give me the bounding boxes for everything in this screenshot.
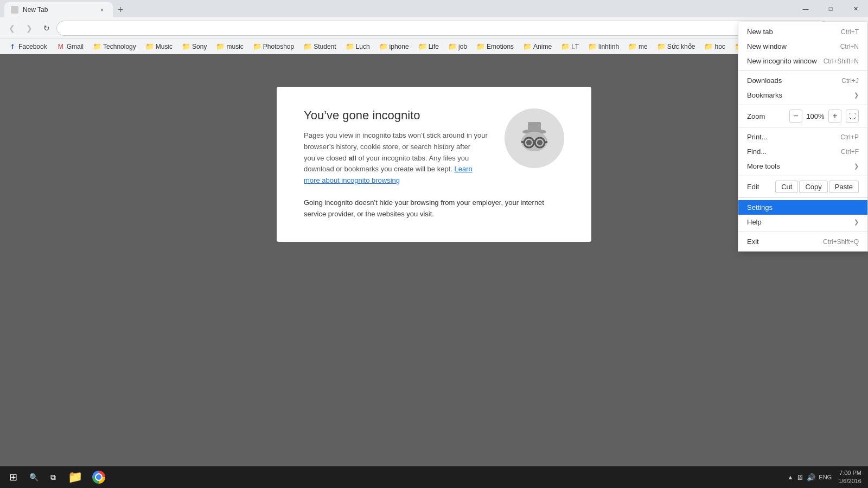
bookmark-music2-label: music — [226, 43, 243, 50]
title-bar: New Tab × + — □ ✕ — [0, 0, 868, 17]
menu-divider-3 — [738, 127, 867, 127]
restore-button[interactable]: □ — [818, 0, 843, 17]
menu-settings[interactable]: Settings — [738, 200, 867, 215]
bookmark-gmail[interactable]: M Gmail — [53, 42, 88, 52]
folder-icon: 📁 — [477, 43, 484, 50]
bookmark-sony[interactable]: 📁 Sony — [178, 42, 211, 52]
folder-icon: 📁 — [380, 43, 387, 50]
bookmark-music2[interactable]: 📁 music — [212, 42, 247, 52]
forward-button[interactable]: ❯ — [22, 21, 37, 36]
svg-point-8 — [526, 140, 532, 145]
zoom-controls: − 100% + ⛶ — [789, 110, 859, 123]
bookmark-iphone[interactable]: 📁 iphone — [375, 42, 413, 52]
incognito-card: You’ve gone incognito Pages you view in … — [277, 87, 591, 242]
incognito-footer: Going incognito doesn’t hide your browsi… — [304, 197, 564, 220]
menu-new-window[interactable]: New window Ctrl+N — [738, 39, 867, 54]
taskbar-clock[interactable]: 7:00 PM 1/6/2016 — [838, 469, 861, 486]
bookmark-linhtinh[interactable]: 📁 linhtinh — [584, 42, 623, 52]
incognito-header: You’ve gone incognito Pages you view in … — [304, 108, 564, 187]
bookmark-suckhoe[interactable]: 📁 Sức khỏe — [653, 42, 700, 52]
bookmark-job[interactable]: 📁 job — [444, 42, 471, 52]
bookmark-photoshop[interactable]: 📁 Photoshop — [249, 42, 298, 52]
taskbar-date-display: 1/6/2016 — [838, 477, 861, 485]
menu-divider-5 — [738, 197, 867, 198]
bookmark-luch[interactable]: 📁 Luch — [342, 42, 374, 52]
bookmark-it[interactable]: 📁 I.T — [557, 42, 583, 52]
show-desktop-icon[interactable]: ▲ — [787, 474, 793, 480]
bookmark-sony-label: Sony — [192, 43, 207, 50]
address-input[interactable] — [62, 24, 823, 32]
tab-close-button[interactable]: × — [98, 5, 106, 14]
menu-find[interactable]: Find... Ctrl+F — [738, 144, 867, 159]
bookmark-emotions[interactable]: 📁 Emotions — [473, 42, 518, 52]
menu-zoom-row: Zoom − 100% + ⛶ — [738, 107, 867, 125]
menu-new-window-shortcut: Ctrl+N — [840, 43, 859, 50]
folder-icon: 📁 — [216, 43, 224, 50]
taskbar-system-icons: ▲ 🖥 🔊 ENG — [783, 473, 836, 481]
zoom-minus-button[interactable]: − — [789, 110, 802, 123]
taskbar-search-button[interactable]: 🔍 — [24, 467, 43, 487]
taskbar: ⊞ 🔍 ⧉ 📁 ▲ 🖥 🔊 ENG 7:00 PM 1/6/2016 — [0, 466, 868, 488]
menu-more-tools-arrow: ❯ — [854, 163, 859, 170]
zoom-plus-button[interactable]: + — [828, 110, 841, 123]
menu-bookmarks[interactable]: Bookmarks ❯ — [738, 88, 867, 102]
folder-icon: 📁 — [419, 43, 426, 50]
menu-settings-label: Settings — [747, 203, 773, 211]
facebook-icon: f — [9, 43, 16, 50]
task-view-button[interactable]: ⧉ — [43, 467, 63, 487]
back-button[interactable]: ❮ — [4, 21, 20, 36]
bookmark-me-label: me — [639, 43, 648, 50]
bookmark-it-label: I.T — [571, 43, 579, 50]
bookmark-facebook[interactable]: f Facebook — [4, 42, 52, 52]
taskbar-chrome[interactable] — [87, 466, 111, 488]
menu-print[interactable]: Print... Ctrl+P — [738, 130, 867, 144]
taskbar-right-area: ▲ 🖥 🔊 ENG 7:00 PM 1/6/2016 — [783, 469, 866, 486]
menu-help[interactable]: Help ❯ — [738, 215, 867, 229]
menu-downloads[interactable]: Downloads Ctrl+J — [738, 73, 867, 88]
active-tab[interactable]: New Tab × — [4, 2, 113, 17]
menu-new-incognito[interactable]: New incognito window Ctrl+Shift+N — [738, 54, 867, 68]
bookmark-anime[interactable]: 📁 Anime — [519, 42, 556, 52]
bookmark-life[interactable]: 📁 Life — [414, 42, 443, 52]
menu-more-tools[interactable]: More tools ❯ — [738, 159, 867, 174]
edit-buttons: Cut Copy Paste — [775, 181, 859, 193]
taskbar-file-explorer[interactable]: 📁 — [63, 466, 87, 488]
start-button[interactable]: ⊞ — [2, 467, 24, 487]
menu-divider-2 — [738, 105, 867, 105]
bookmark-hoc-label: hoc — [714, 43, 725, 50]
folder-icon: 📁 — [253, 43, 261, 50]
cut-button[interactable]: Cut — [775, 181, 798, 193]
bookmark-hoc[interactable]: 📁 hoc — [700, 42, 729, 52]
svg-point-9 — [537, 140, 542, 145]
menu-downloads-shortcut: Ctrl+J — [841, 77, 859, 85]
menu-print-label: Print... — [747, 133, 768, 141]
bookmark-me[interactable]: 📁 me — [624, 42, 652, 52]
menu-new-tab[interactable]: New tab Ctrl+T — [738, 24, 867, 39]
bookmark-music[interactable]: 📁 Music — [142, 42, 177, 52]
speaker-icon[interactable]: 🔊 — [807, 473, 815, 481]
svg-line-7 — [545, 142, 547, 143]
window-controls: — □ ✕ — [793, 0, 868, 17]
menu-exit[interactable]: Exit Ctrl+Shift+Q — [738, 234, 867, 249]
copy-button[interactable]: Copy — [799, 181, 827, 193]
menu-find-shortcut: Ctrl+F — [841, 148, 859, 156]
network-icon[interactable]: 🖥 — [796, 473, 803, 481]
minimize-button[interactable]: — — [793, 0, 818, 17]
close-button[interactable]: ✕ — [843, 0, 868, 17]
paste-button[interactable]: Paste — [829, 181, 859, 193]
bookmark-suckhoe-label: Sức khỏe — [667, 43, 695, 50]
menu-find-label: Find... — [747, 147, 767, 156]
bookmark-gmail-label: Gmail — [67, 43, 84, 50]
refresh-button[interactable]: ↻ — [39, 21, 54, 36]
bookmark-technology[interactable]: 📁 Technology — [89, 42, 141, 52]
chrome-icon — [92, 471, 105, 484]
address-bar[interactable] — [56, 21, 829, 36]
bookmark-emotions-label: Emotions — [487, 43, 514, 50]
incognito-title: You’ve gone incognito — [304, 108, 488, 123]
zoom-fullscreen-button[interactable]: ⛶ — [846, 110, 859, 123]
menu-new-incognito-shortcut: Ctrl+Shift+N — [824, 57, 859, 65]
new-tab-button[interactable]: + — [113, 2, 128, 17]
bookmark-student[interactable]: 📁 Student — [299, 42, 340, 52]
folder-icon: 📁 — [589, 43, 596, 50]
menu-help-label: Help — [747, 218, 762, 226]
